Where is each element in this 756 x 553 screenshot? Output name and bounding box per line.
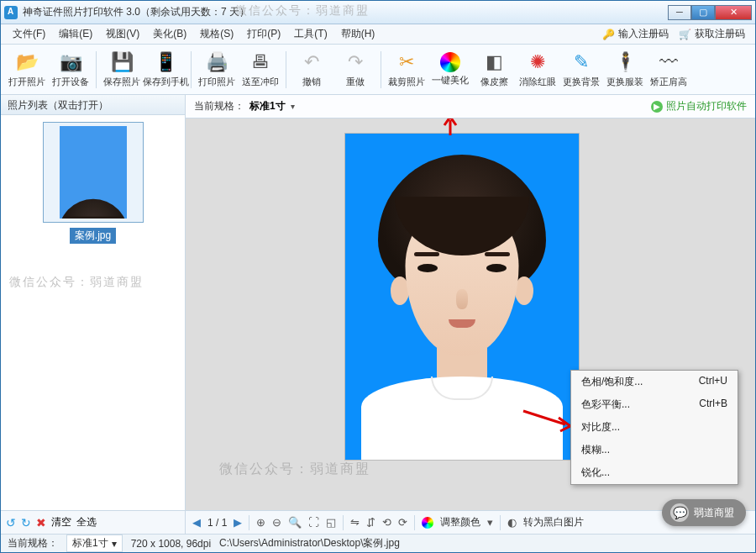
spec-dropdown-icon[interactable]: ▾ — [291, 102, 295, 111]
sidebar-bottom-bar: ↺ ↻ ✖ 清空 全选 — [1, 510, 185, 534]
zoom-out-icon[interactable]: ⊖ — [272, 516, 281, 529]
change-clothes-label: 更换服装 — [606, 76, 643, 88]
menu-tools[interactable]: 工具(T) — [287, 25, 333, 43]
thumbnail-list: 案例.jpg 微信公众号：弱道商盟 — [1, 115, 185, 510]
ctx-sharpen[interactable]: 锐化... — [571, 461, 738, 484]
status-dimensions: 720 x 1008, 96dpi — [131, 538, 211, 550]
spec-label: 当前规格： — [194, 99, 244, 113]
minimize-button[interactable]: ─ — [668, 5, 691, 20]
status-spec-value[interactable]: 标准1寸▾ — [66, 535, 123, 552]
rotate-right-icon[interactable]: ⟳ — [398, 516, 407, 529]
delete-icon[interactable]: ✖ — [36, 516, 46, 529]
status-filepath: C:\Users\Administrator\Desktop\案例.jpg — [219, 536, 400, 550]
canvas[interactable]: 色相/饱和度...Ctrl+U 色彩平衡...Ctrl+B 对比度... 模糊.… — [186, 118, 755, 510]
change-clothes-button[interactable]: 🕴更换服装 — [604, 48, 646, 92]
eraser-icon: ◧ — [482, 50, 506, 74]
next-page-icon[interactable]: ▶ — [234, 516, 242, 529]
rotate-left-icon[interactable]: ⟲ — [382, 516, 391, 529]
change-bg-button[interactable]: ✎更换背景 — [560, 48, 602, 92]
grayscale-icon: ◐ — [507, 516, 517, 529]
get-key-button[interactable]: 🛒 获取注册码 — [674, 27, 750, 41]
wechat-label: 弱道商盟 — [694, 506, 734, 520]
suit-icon: 🕴 — [613, 50, 637, 74]
flip-v-icon[interactable]: ⇵ — [366, 516, 375, 529]
ctx-hue-saturation[interactable]: 色相/饱和度...Ctrl+U — [571, 371, 738, 393]
menu-help[interactable]: 帮助(H) — [334, 25, 382, 43]
redeye-button[interactable]: ✺消除红眼 — [517, 48, 559, 92]
menu-beautify[interactable]: 美化(B) — [146, 25, 193, 43]
rotate-left-icon[interactable]: ↺ — [6, 516, 16, 529]
open-photo-button[interactable]: 📂打开照片 — [6, 48, 48, 92]
to-gray-button[interactable]: 转为黑白图片 — [523, 515, 584, 529]
ctx-blur[interactable]: 模糊... — [571, 439, 738, 461]
eraser-label: 像皮擦 — [480, 76, 508, 88]
menu-file[interactable]: 文件(F) — [6, 25, 52, 43]
crop-button[interactable]: ✂裁剪照片 — [386, 48, 428, 92]
wechat-icon: 💬 — [670, 503, 689, 522]
phone-icon: 📱 — [154, 50, 177, 74]
ctx-color-balance[interactable]: 色彩平衡...Ctrl+B — [571, 393, 738, 416]
crop-icon: ✂ — [395, 50, 418, 74]
menu-edit[interactable]: 编辑(E) — [52, 25, 99, 43]
get-key-label: 获取注册码 — [695, 27, 745, 41]
ctx-shortcut: Ctrl+B — [699, 398, 727, 412]
beautify-button[interactable]: 一键美化 — [429, 48, 471, 92]
background-icon: ✎ — [570, 50, 593, 74]
save-phone-label: 保存到手机 — [143, 76, 189, 88]
key-icon: 🔑 — [602, 29, 615, 40]
ctx-shortcut: Ctrl+U — [699, 375, 727, 389]
print-photo-button[interactable]: 🖨️打印照片 — [196, 48, 238, 92]
ctx-label: 模糊... — [581, 443, 610, 457]
adjust-color-button[interactable]: 调整颜色 — [440, 515, 480, 529]
maximize-button[interactable]: ▢ — [691, 5, 715, 20]
send-print-icon: 🖶 — [249, 50, 272, 74]
undo-button[interactable]: ↶撤销 — [291, 48, 333, 92]
app-icon — [4, 6, 18, 19]
color-wheel-icon — [440, 52, 460, 72]
redo-button[interactable]: ↷重做 — [334, 48, 376, 92]
eraser-button[interactable]: ◧像皮擦 — [473, 48, 515, 92]
cart-icon: 🛒 — [679, 29, 691, 40]
dropdown-icon[interactable]: ▾ — [487, 516, 493, 529]
zoom-fit-icon[interactable]: 🔍 — [288, 516, 302, 529]
color-adjust-icon — [422, 517, 433, 529]
page-indicator: 1 / 1 — [207, 517, 227, 529]
beautify-label: 一键美化 — [432, 74, 469, 87]
close-button[interactable]: ✕ — [715, 5, 752, 20]
wechat-pill: 💬 弱道商盟 — [662, 499, 746, 526]
clear-button[interactable]: 清空 — [51, 515, 71, 529]
enter-key-label: 输入注册码 — [618, 27, 669, 41]
context-menu: 色相/饱和度...Ctrl+U 色彩平衡...Ctrl+B 对比度... 模糊.… — [570, 370, 738, 485]
rotate-right-icon[interactable]: ↻ — [21, 516, 31, 529]
print-photo-label: 打印照片 — [198, 76, 235, 88]
menu-print[interactable]: 打印(P) — [240, 25, 287, 43]
open-device-button[interactable]: 📷打开设备 — [50, 48, 92, 92]
save-photo-button[interactable]: 💾保存照片 — [101, 48, 143, 92]
save-photo-label: 保存照片 — [103, 76, 140, 88]
folder-icon: 📂 — [15, 50, 39, 74]
watermark: 微信公众号：弱道商盟 — [219, 461, 370, 478]
actual-size-icon[interactable]: ◱ — [326, 516, 336, 529]
auto-print-link[interactable]: ▶ 照片自动打印软件 — [651, 99, 747, 113]
annotation-arrow-icon — [438, 118, 463, 137]
send-print-button[interactable]: 🖶送至冲印 — [239, 48, 281, 92]
menu-view[interactable]: 视图(V) — [99, 25, 146, 43]
shoulder-icon: 〰 — [657, 50, 680, 74]
flip-h-icon[interactable]: ⇋ — [350, 516, 360, 529]
fullscreen-icon[interactable]: ⛶ — [308, 516, 319, 529]
spec-value: 标准1寸 — [249, 99, 286, 113]
select-all-button[interactable]: 全选 — [76, 515, 97, 529]
annotation-arrow-icon — [522, 409, 572, 434]
undo-label: 撤销 — [302, 76, 321, 88]
undo-icon: ↶ — [300, 50, 323, 74]
title-bar: 神奇证件照片打印软件 3.0（剩余试用天数：7 天） ─ ▢ ✕ — [1, 1, 755, 24]
thumbnail-item[interactable]: 案例.jpg — [43, 122, 144, 244]
zoom-in-icon[interactable]: ⊕ — [256, 516, 265, 529]
shoulder-button[interactable]: 〰矫正肩高 — [648, 48, 690, 92]
enter-key-button[interactable]: 🔑 输入注册码 — [597, 27, 674, 41]
ctx-contrast[interactable]: 对比度... — [571, 416, 738, 439]
menu-spec[interactable]: 规格(S) — [193, 25, 240, 43]
status-spec-label: 当前规格： — [8, 536, 58, 550]
prev-page-icon[interactable]: ◀ — [192, 516, 201, 529]
save-phone-button[interactable]: 📱保存到手机 — [144, 48, 186, 92]
